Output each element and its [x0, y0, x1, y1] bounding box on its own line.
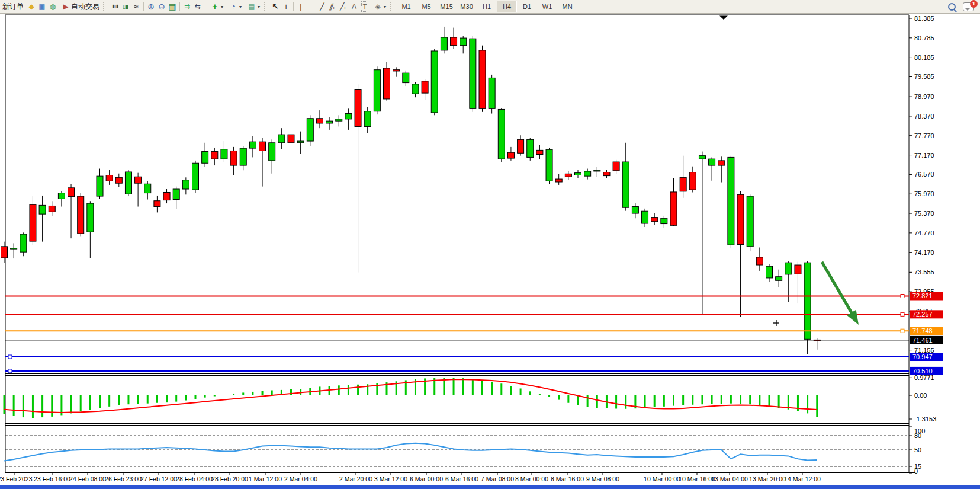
- time-axis-label: 3 Mar 12:00: [374, 475, 407, 482]
- candle-body: [689, 172, 696, 190]
- crosshair-icon[interactable]: [281, 2, 291, 11]
- price-tick-label: 79.585: [914, 73, 934, 80]
- fibonacci-icon[interactable]: [338, 2, 349, 11]
- time-axis-label: 13 Mar 20:00: [749, 475, 786, 482]
- candlestick-chart-icon[interactable]: [120, 2, 131, 11]
- coin-icon[interactable]: [26, 2, 37, 11]
- line-handle[interactable]: [8, 369, 12, 373]
- timeframe-button-h1[interactable]: H1: [477, 1, 497, 12]
- notifications-icon[interactable]: 1: [963, 2, 974, 11]
- candle-body: [594, 170, 600, 171]
- cursor-icon[interactable]: [270, 2, 281, 11]
- timeframe-button-m15[interactable]: M15: [436, 1, 457, 12]
- zoom-out-icon[interactable]: [156, 2, 167, 11]
- terminal-icon[interactable]: [37, 2, 47, 11]
- bar-chart-icon[interactable]: [110, 2, 120, 11]
- candle-body: [97, 176, 103, 196]
- candle-body: [403, 73, 409, 82]
- tile-windows-icon[interactable]: [167, 2, 178, 11]
- text-label-icon[interactable]: [359, 2, 370, 11]
- line-handle[interactable]: [901, 329, 904, 333]
- candle-body: [173, 189, 179, 200]
- line-chart-icon[interactable]: [131, 2, 142, 11]
- candle-body: [316, 119, 323, 123]
- chart-canvas[interactable]: ▼ USOil-,H4 71.503 71.541 71.371 71.461 …: [0, 0, 980, 489]
- candle-body: [718, 161, 725, 165]
- candle-body: [642, 211, 648, 223]
- time-axis-label: 28 Feb 20:00: [211, 475, 248, 482]
- timeframe-button-m5[interactable]: M5: [416, 1, 436, 12]
- candle-body: [115, 177, 122, 183]
- auto-scroll-icon[interactable]: [182, 2, 192, 11]
- line-handle[interactable]: [8, 355, 12, 359]
- candle-body: [39, 205, 46, 214]
- line-handle[interactable]: [901, 294, 904, 298]
- rsi-scale-label: 0: [914, 468, 918, 475]
- toolbar-separator: [179, 2, 180, 11]
- search-icon[interactable]: [948, 3, 956, 11]
- toolbar-grip: [264, 2, 268, 11]
- time-axis-label: 14 Mar 12:00: [784, 475, 821, 482]
- candle-body: [135, 177, 142, 183]
- periods-button[interactable]: ▾: [226, 1, 244, 12]
- new-order-button[interactable]: 新订单: [0, 1, 26, 12]
- indicators-button[interactable]: ▾: [207, 1, 226, 12]
- candle-body: [11, 248, 17, 250]
- price-tick-label: 78.970: [914, 93, 934, 100]
- candle-body: [1, 247, 8, 258]
- candle-body: [336, 119, 342, 121]
- time-axis-label: 28 Feb 04:00: [176, 475, 213, 482]
- candle-body: [431, 51, 438, 113]
- candle-body: [613, 162, 619, 171]
- vertical-line-icon[interactable]: [295, 2, 306, 11]
- zoom-in-icon[interactable]: [146, 2, 156, 11]
- trendline-icon[interactable]: [317, 2, 327, 11]
- candle-body: [326, 121, 333, 123]
- candle-body: [355, 90, 361, 127]
- time-axis-label: 10 Mar 00:00: [644, 475, 680, 482]
- time-axis-label: 8 Mar 16:00: [551, 475, 584, 482]
- timeframe-button-d1[interactable]: D1: [517, 1, 537, 12]
- timeframe-button-mn[interactable]: MN: [557, 1, 577, 12]
- rsi-scale-label: 80: [914, 432, 921, 439]
- time-axis-label: 6 Mar 00:00: [410, 475, 443, 482]
- candle-body: [163, 192, 170, 200]
- candle-body: [20, 234, 27, 252]
- candle-body: [230, 151, 237, 165]
- timeframe-button-m30[interactable]: M30: [457, 1, 477, 12]
- timeframe-button-w1[interactable]: W1: [537, 1, 557, 12]
- candle-body: [297, 141, 304, 143]
- horizontal-line-icon[interactable]: [306, 2, 317, 11]
- candle-body: [269, 143, 275, 161]
- shapes-button[interactable]: ▾: [370, 1, 388, 12]
- timeframe-button-m1[interactable]: M1: [396, 1, 416, 12]
- timeframe-button-h4[interactable]: H4: [497, 1, 517, 12]
- line-handle[interactable]: [901, 312, 904, 316]
- candle-body: [154, 201, 160, 207]
- candle-body: [221, 149, 227, 159]
- candle-body: [259, 142, 266, 151]
- chart-shift-icon[interactable]: [192, 2, 203, 11]
- candle-body: [632, 207, 638, 213]
- candle-body: [536, 150, 543, 154]
- text-icon[interactable]: [349, 2, 359, 11]
- candle-body: [518, 139, 524, 153]
- candle-body: [507, 152, 514, 158]
- templates-button[interactable]: ▾: [244, 1, 262, 12]
- price-tick-label: 77.170: [914, 152, 934, 159]
- candle-body: [737, 194, 744, 244]
- toolbar-separator: [293, 2, 294, 11]
- signal-icon[interactable]: [47, 2, 58, 11]
- equidistant-channel-icon[interactable]: [327, 2, 338, 11]
- candle-body: [125, 172, 131, 194]
- candle-body: [584, 171, 591, 176]
- price-badge-label: 71.461: [912, 337, 933, 344]
- toolbar-separator: [205, 2, 205, 11]
- candle-body: [106, 175, 113, 181]
- notification-badge: 1: [970, 0, 978, 8]
- window-bottom-strip: [0, 485, 980, 489]
- candle-body: [479, 50, 486, 108]
- autotrading-icon: [60, 2, 71, 11]
- auto-trading-button[interactable]: 自动交易: [58, 1, 102, 12]
- time-axis-label: 24 Feb 08:00: [69, 475, 106, 482]
